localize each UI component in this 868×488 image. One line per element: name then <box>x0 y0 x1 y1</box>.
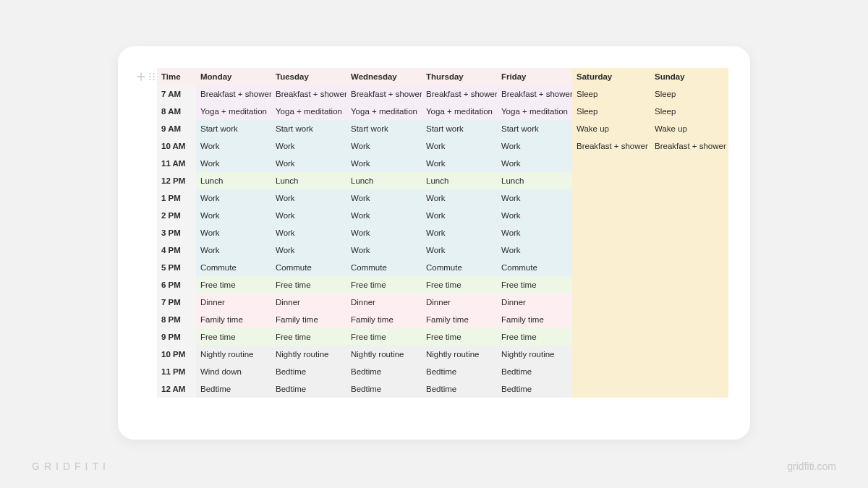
drag-handle-icon[interactable] <box>148 72 156 81</box>
weekend-cell[interactable] <box>650 346 728 363</box>
weekend-cell[interactable] <box>650 311 728 328</box>
weekend-cell[interactable] <box>572 155 650 172</box>
weekday-cell[interactable]: Yoga + meditation <box>271 103 346 120</box>
time-cell[interactable]: 10 PM <box>157 346 196 363</box>
weekday-cell[interactable]: Free time <box>346 328 422 346</box>
weekday-cell[interactable]: Bedtime <box>346 363 422 380</box>
weekday-cell[interactable]: Start work <box>196 120 271 137</box>
weekday-cell[interactable]: Nightly routine <box>271 346 346 363</box>
weekday-cell[interactable]: Breakfast + shower <box>196 85 271 103</box>
weekday-cell[interactable]: Bedtime <box>346 380 422 398</box>
weekday-cell[interactable]: Commute <box>346 259 422 276</box>
time-cell[interactable]: 1 PM <box>157 189 196 207</box>
weekday-cell[interactable]: Work <box>346 207 422 224</box>
weekday-cell[interactable]: Family time <box>497 311 572 328</box>
weekday-cell[interactable]: Breakfast + shower <box>271 85 346 103</box>
weekday-cell[interactable]: Lunch <box>497 172 572 189</box>
weekend-cell[interactable] <box>572 241 650 259</box>
weekday-cell[interactable]: Yoga + meditation <box>422 103 497 120</box>
weekday-cell[interactable]: Work <box>497 155 572 172</box>
col-header-monday[interactable]: Monday <box>196 68 271 85</box>
weekday-cell[interactable]: Bedtime <box>422 380 497 398</box>
weekday-cell[interactable]: Free time <box>271 328 346 346</box>
weekday-cell[interactable]: Wind down <box>196 363 271 380</box>
col-header-time[interactable]: Time <box>157 68 196 85</box>
weekday-cell[interactable]: Breakfast + shower <box>346 85 422 103</box>
weekday-cell[interactable]: Work <box>422 137 497 155</box>
weekend-cell[interactable]: Breakfast + shower <box>572 137 650 155</box>
weekend-cell[interactable] <box>650 155 728 172</box>
time-cell[interactable]: 7 PM <box>157 294 196 311</box>
weekend-cell[interactable] <box>572 328 650 346</box>
weekend-cell[interactable]: Sleep <box>650 85 728 103</box>
weekday-cell[interactable]: Work <box>497 137 572 155</box>
weekday-cell[interactable]: Work <box>497 224 572 241</box>
weekend-cell[interactable] <box>572 380 650 398</box>
weekday-cell[interactable]: Work <box>346 155 422 172</box>
time-cell[interactable]: 10 AM <box>157 137 196 155</box>
weekday-cell[interactable]: Work <box>422 155 497 172</box>
time-cell[interactable]: 8 PM <box>157 311 196 328</box>
weekend-cell[interactable] <box>572 207 650 224</box>
weekday-cell[interactable]: Free time <box>196 276 271 294</box>
weekend-cell[interactable]: Sleep <box>650 103 728 120</box>
col-header-sunday[interactable]: Sunday <box>650 68 728 85</box>
weekday-cell[interactable]: Work <box>196 207 271 224</box>
weekend-cell[interactable] <box>572 189 650 207</box>
weekday-cell[interactable]: Dinner <box>497 294 572 311</box>
time-cell[interactable]: 12 PM <box>157 172 196 189</box>
weekday-cell[interactable]: Work <box>271 137 346 155</box>
weekday-cell[interactable]: Bedtime <box>497 363 572 380</box>
time-cell[interactable]: 9 AM <box>157 120 196 137</box>
weekday-cell[interactable]: Lunch <box>196 172 271 189</box>
weekday-cell[interactable]: Work <box>346 241 422 259</box>
weekday-cell[interactable]: Nightly routine <box>346 346 422 363</box>
weekend-cell[interactable] <box>650 259 728 276</box>
weekend-cell[interactable] <box>650 380 728 398</box>
weekday-cell[interactable]: Work <box>346 189 422 207</box>
weekday-cell[interactable]: Commute <box>497 259 572 276</box>
add-row-icon[interactable] <box>137 72 145 81</box>
col-header-friday[interactable]: Friday <box>497 68 572 85</box>
weekday-cell[interactable]: Family time <box>271 311 346 328</box>
weekend-cell[interactable] <box>572 346 650 363</box>
weekday-cell[interactable]: Dinner <box>346 294 422 311</box>
weekend-cell[interactable] <box>572 259 650 276</box>
weekday-cell[interactable]: Bedtime <box>271 380 346 398</box>
weekday-cell[interactable]: Bedtime <box>497 380 572 398</box>
weekend-cell[interactable] <box>572 363 650 380</box>
weekend-cell[interactable] <box>650 172 728 189</box>
time-cell[interactable]: 12 AM <box>157 380 196 398</box>
weekday-cell[interactable]: Family time <box>346 311 422 328</box>
weekday-cell[interactable]: Nightly routine <box>196 346 271 363</box>
weekday-cell[interactable]: Lunch <box>422 172 497 189</box>
weekday-cell[interactable]: Work <box>346 137 422 155</box>
weekday-cell[interactable]: Lunch <box>346 172 422 189</box>
weekday-cell[interactable]: Work <box>271 224 346 241</box>
weekday-cell[interactable]: Work <box>196 241 271 259</box>
weekday-cell[interactable]: Work <box>497 241 572 259</box>
weekend-cell[interactable] <box>650 207 728 224</box>
time-cell[interactable]: 11 AM <box>157 155 196 172</box>
weekday-cell[interactable]: Work <box>196 137 271 155</box>
weekday-cell[interactable]: Free time <box>422 328 497 346</box>
weekday-cell[interactable]: Work <box>196 189 271 207</box>
weekday-cell[interactable]: Commute <box>196 259 271 276</box>
weekday-cell[interactable]: Work <box>422 189 497 207</box>
weekday-cell[interactable]: Work <box>271 189 346 207</box>
weekend-cell[interactable] <box>650 276 728 294</box>
weekday-cell[interactable]: Dinner <box>196 294 271 311</box>
weekday-cell[interactable]: Free time <box>497 276 572 294</box>
weekday-cell[interactable]: Start work <box>271 120 346 137</box>
weekday-cell[interactable]: Free time <box>196 328 271 346</box>
weekday-cell[interactable]: Nightly routine <box>422 346 497 363</box>
weekday-cell[interactable]: Lunch <box>271 172 346 189</box>
weekday-cell[interactable]: Free time <box>346 276 422 294</box>
weekday-cell[interactable]: Work <box>422 224 497 241</box>
weekend-cell[interactable] <box>650 328 728 346</box>
weekday-cell[interactable]: Yoga + meditation <box>196 103 271 120</box>
weekend-cell[interactable]: Breakfast + shower <box>650 137 728 155</box>
weekend-cell[interactable] <box>572 172 650 189</box>
weekday-cell[interactable]: Bedtime <box>196 380 271 398</box>
weekend-cell[interactable]: Sleep <box>572 103 650 120</box>
